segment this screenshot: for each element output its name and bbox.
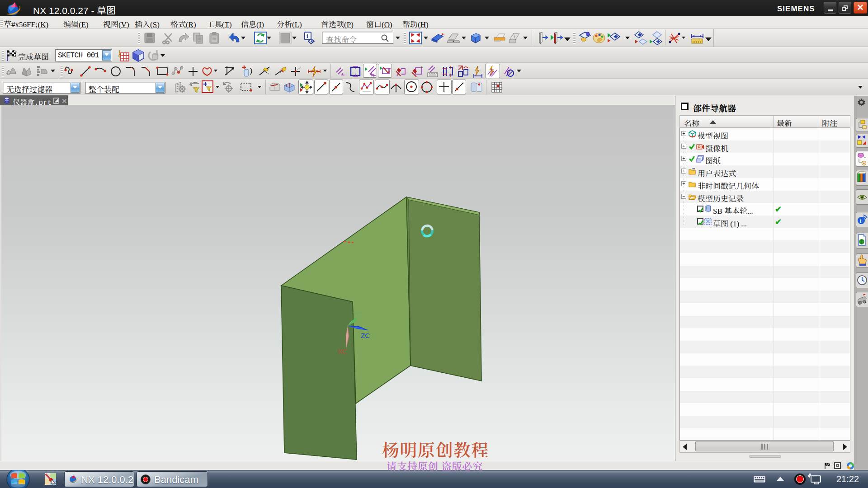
svg-text:i: i xyxy=(307,33,308,39)
svg-text:ZC: ZC xyxy=(361,332,370,339)
svg-text:XC: XC xyxy=(338,348,346,355)
svg-text:YC: YC xyxy=(353,311,361,318)
